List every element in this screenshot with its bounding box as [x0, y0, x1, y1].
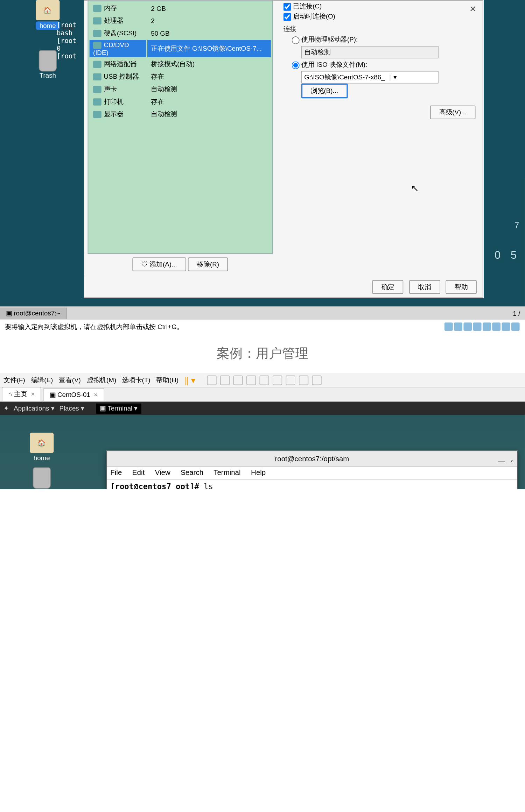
snapshot-number: 7: [514, 221, 520, 230]
home-label: home: [36, 21, 59, 30]
vmware-menubar[interactable]: 文件(F) 编辑(E) 查看(V) 虚拟机(M) 选项卡(T) 帮助(H) ‖ …: [0, 373, 525, 387]
term-menu-terminal[interactable]: Terminal: [214, 469, 240, 477]
connect-at-power-checkbox[interactable]: [284, 13, 291, 21]
toolbar-icon[interactable]: [286, 375, 295, 385]
hardware-row[interactable]: 打印机存在: [90, 96, 271, 107]
advanced-button[interactable]: 高级(V)...: [430, 106, 475, 119]
terminal-title: root@centos7:/opt/sam: [275, 455, 349, 463]
term-menu-edit[interactable]: Edit: [132, 469, 145, 477]
trash-icon: [39, 50, 57, 71]
term-menu-search[interactable]: Search: [181, 469, 203, 477]
cursor-icon: ↖: [411, 183, 419, 194]
desktop-trash-icon[interactable]: Trash: [24, 467, 59, 489]
menu-edit[interactable]: 编辑(E): [31, 376, 53, 385]
terminal-titlebar[interactable]: root@centos7:/opt/sam — ▫: [107, 451, 517, 466]
taskbar[interactable]: ▣ root@centos7:~ 1 /: [0, 306, 525, 319]
trash-icon: [33, 467, 51, 489]
terminal-screenshot: 文件(F) 编辑(E) 查看(V) 虚拟机(M) 选项卡(T) 帮助(H) ‖ …: [0, 373, 525, 489]
toolbar-icon[interactable]: [299, 375, 308, 385]
maximize-icon[interactable]: ▫: [511, 454, 513, 469]
help-button[interactable]: 帮助: [446, 280, 477, 294]
toolbar-icon[interactable]: [246, 375, 256, 385]
minimize-icon[interactable]: —: [498, 454, 505, 469]
device-settings-pane: 已连接(C) 启动时连接(O) 连接 使用物理驱动器(P): 自动检测 使用 I…: [276, 1, 483, 275]
caption-user-mgmt: 案例：用户管理: [0, 334, 525, 373]
vmware-settings-screenshot: 🏠 home Trash File [root bash [root 0 [ro…: [0, 0, 525, 334]
gnome-terminal-indicator[interactable]: ▣ Terminal: [96, 403, 141, 413]
toolbar-icon[interactable]: [312, 375, 322, 385]
toolbar-icon[interactable]: [273, 375, 282, 385]
menu-view[interactable]: 查看(V): [59, 376, 81, 385]
hardware-row[interactable]: 内存2 GB: [90, 2, 271, 14]
gnome-places[interactable]: Places: [59, 405, 84, 412]
term-menu-file[interactable]: File: [110, 469, 122, 477]
connected-label: 已连接(C): [293, 2, 322, 9]
close-icon[interactable]: ×: [31, 390, 35, 397]
hardware-row[interactable]: 处理器2: [90, 15, 271, 26]
ok-button[interactable]: 确定: [372, 280, 404, 294]
vmware-tabs[interactable]: ⌂ 主页× ▣ CentOS-01×: [0, 387, 525, 402]
tab-home[interactable]: ⌂ 主页×: [2, 387, 41, 401]
gnome-applications[interactable]: Applications: [14, 405, 55, 412]
use-iso-radio[interactable]: [292, 61, 300, 69]
hardware-list[interactable]: 内存2 GB处理器2硬盘(SCSI)50 GBCD/DVD (IDE)正在使用文…: [88, 1, 273, 254]
tab-centos[interactable]: ▣ CentOS-01×: [43, 388, 104, 401]
use-iso-label: 使用 ISO 映像文件(M):: [301, 61, 368, 68]
trash-label: Trash: [34, 489, 50, 489]
taskbar-terminal-button[interactable]: ▣ root@centos7:~: [0, 308, 67, 319]
vm-settings-dialog: ✕ 内存2 GB处理器2硬盘(SCSI)50 GBCD/DVD (IDE)正在使…: [84, 0, 483, 298]
trash-label: Trash: [40, 72, 56, 79]
toolbar-icon[interactable]: [207, 375, 217, 385]
toolbar-icon[interactable]: [220, 375, 230, 385]
close-icon[interactable]: ×: [94, 391, 98, 398]
hardware-row[interactable]: CD/DVD (IDE)正在使用文件 G:\ISO镜像\CentOS-7...: [90, 40, 271, 57]
terminal-window[interactable]: root@centos7:/opt/sam — ▫ File Edit View…: [106, 451, 518, 489]
folder-icon: 🏠: [30, 433, 54, 453]
hardware-row[interactable]: USB 控制器存在: [90, 71, 271, 82]
connection-section-label: 连接: [284, 24, 476, 34]
toolbar-icon[interactable]: [260, 375, 269, 385]
menu-help[interactable]: 帮助(H): [156, 376, 178, 385]
menu-tabs[interactable]: 选项卡(T): [122, 376, 150, 385]
hardware-row[interactable]: 声卡自动检测: [90, 84, 271, 95]
use-physical-radio[interactable]: [292, 36, 300, 44]
connect-at-power-label: 启动时连接(O): [293, 13, 335, 20]
hardware-row[interactable]: 显示器自动检测: [90, 108, 271, 120]
cancel-button[interactable]: 取消: [409, 280, 440, 294]
hardware-row[interactable]: 网络适配器桥接模式(自动): [90, 58, 271, 70]
toolbar-icons[interactable]: [207, 375, 322, 385]
add-hardware-button[interactable]: 🛡 添加(A)...: [132, 257, 186, 271]
home-label: home: [34, 454, 50, 461]
terminal-body[interactable]: [root@centos7 opt]# ls rh sam [root@cent…: [107, 480, 517, 489]
taskbar-page: 1 /: [513, 309, 525, 316]
hardware-row[interactable]: 硬盘(SCSI)50 GB: [90, 27, 271, 38]
toolbar-icon[interactable]: [233, 375, 243, 385]
tray-icons[interactable]: [444, 322, 520, 332]
menu-vm[interactable]: 虚拟机(M): [87, 376, 116, 385]
desktop-home-icon[interactable]: 🏠 home: [24, 433, 59, 461]
term-menu-view[interactable]: View: [155, 469, 170, 477]
menu-file[interactable]: 文件(F): [4, 376, 25, 385]
gnome-top-bar[interactable]: ✦ Applications Places ▣ Terminal: [0, 402, 525, 415]
terminal-menubar[interactable]: File Edit View Search Terminal Help: [107, 467, 517, 480]
browse-button[interactable]: 浏览(B)...: [301, 84, 348, 99]
iso-path-combo[interactable]: G:\ISO镜像\CentOS-7-x86_ ｜▾: [301, 71, 439, 84]
connected-checkbox[interactable]: [284, 3, 291, 10]
vmware-statusbar: 要将输入定向到该虚拟机，请在虚拟机内部单击或按 Ctrl+G。: [0, 320, 525, 334]
term-menu-help[interactable]: Help: [251, 469, 266, 477]
physical-drive-combo[interactable]: 自动检测: [301, 46, 439, 58]
use-physical-label: 使用物理驱动器(P):: [301, 36, 358, 43]
snapshot-progress: 0 5: [495, 249, 520, 262]
remove-hardware-button[interactable]: 移除(R): [188, 257, 228, 271]
folder-icon: 🏠: [36, 0, 59, 20]
